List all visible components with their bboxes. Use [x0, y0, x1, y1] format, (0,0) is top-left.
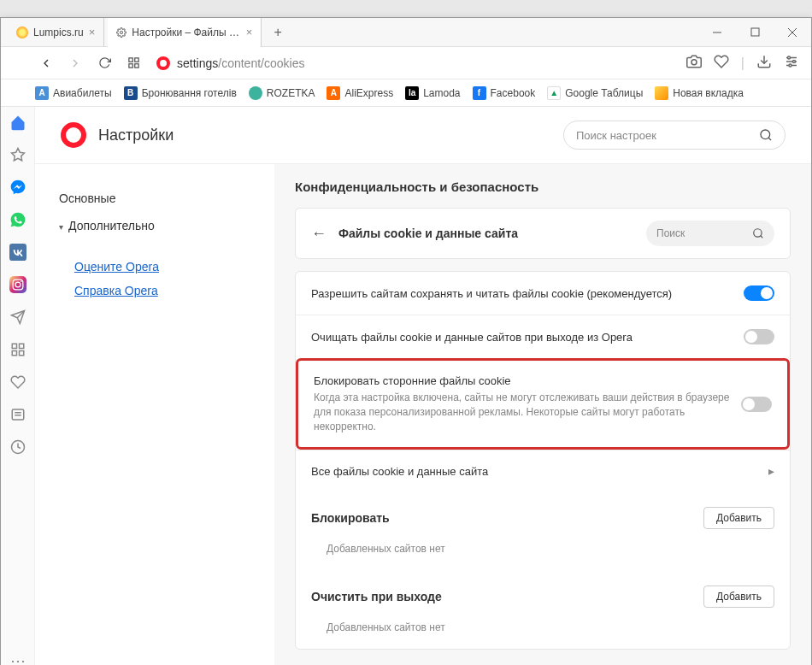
easy-setup-icon[interactable] — [784, 54, 799, 73]
close-button[interactable] — [774, 18, 811, 46]
sidebar-more-icon[interactable]: ⋯ — [8, 650, 28, 665]
maximize-button[interactable] — [736, 18, 774, 46]
sidebar-heart-icon[interactable] — [8, 372, 28, 392]
favicon-lumpics — [16, 26, 28, 38]
setting-block-third-title: Блокировать сторонние файлы cookie — [314, 374, 731, 387]
sidebar-home-icon[interactable] — [8, 112, 28, 132]
download-icon[interactable] — [756, 54, 772, 73]
add-clear-button[interactable]: Добавить — [703, 586, 774, 608]
tab-title: Lumpics.ru — [33, 26, 84, 38]
setting-allow-cookies-label: Разрешить сайтам сохранять и читать файл… — [311, 287, 733, 300]
sidebar-vk-icon[interactable] — [8, 242, 28, 262]
sidebar-whatsapp-icon[interactable] — [8, 209, 28, 230]
card-title: Файлы cookie и данные сайта — [338, 227, 634, 240]
row-all-cookies[interactable]: Все файлы cookie и данные сайта ▸ — [296, 450, 790, 491]
url-host: settings — [177, 56, 218, 70]
bookmark-item[interactable]: ROZETKA — [249, 86, 315, 100]
block-empty-text: Добавленных сайтов нет — [296, 536, 790, 570]
svg-rect-5 — [128, 58, 132, 62]
nav-item-basic[interactable]: Основные — [59, 185, 250, 212]
new-tab-button[interactable]: + — [265, 25, 291, 40]
svg-rect-6 — [134, 58, 138, 62]
close-icon[interactable]: × — [246, 26, 253, 38]
svg-point-22 — [20, 280, 21, 282]
url-field[interactable]: settings/content/cookies — [151, 56, 680, 70]
sidebar-send-icon[interactable] — [8, 307, 28, 327]
svg-rect-27 — [12, 351, 16, 356]
svg-line-36 — [761, 236, 763, 238]
nav-item-advanced[interactable]: Дополнительно — [59, 212, 250, 239]
sidebar: ⋯ — [1, 107, 35, 665]
svg-rect-2 — [751, 28, 759, 36]
add-block-button[interactable]: Добавить — [703, 507, 774, 529]
bookmark-item[interactable]: laLamoda — [405, 86, 460, 100]
link-help-opera[interactable]: Справка Opera — [59, 279, 250, 303]
svg-point-15 — [793, 60, 796, 62]
bookmark-item[interactable]: ▲Google Таблицы — [547, 86, 643, 100]
toggle-clear-on-exit[interactable] — [744, 329, 774, 344]
link-rate-opera[interactable]: Оцените Opera — [59, 255, 250, 279]
tab-settings[interactable]: Настройки – Файлы cookie × — [108, 18, 262, 47]
sidebar-history-icon[interactable] — [8, 437, 28, 457]
chevron-right-icon: ▸ — [768, 464, 774, 478]
page-title: Настройки — [98, 127, 551, 144]
settings-header: Настройки Поиск настроек — [35, 107, 811, 164]
setting-block-third-party: Блокировать сторонние файлы cookie Когда… — [314, 374, 731, 433]
url-path: /content/cookies — [218, 56, 304, 70]
setting-clear-on-exit-label: Очищать файлы cookie и данные сайтов при… — [311, 331, 733, 344]
svg-line-34 — [768, 138, 771, 140]
svg-rect-26 — [19, 344, 23, 348]
bookmark-item[interactable]: fFacebook — [473, 86, 536, 100]
settings-nav: Основные Дополнительно Оцените Opera Спр… — [35, 164, 274, 665]
sidebar-extensions-icon[interactable] — [8, 339, 28, 360]
minimize-button[interactable] — [698, 18, 736, 46]
svg-rect-28 — [19, 351, 23, 356]
forward-button[interactable] — [64, 52, 86, 74]
search-icon — [759, 128, 773, 142]
bookmark-item[interactable]: BБронювання готелів — [124, 86, 237, 100]
gear-icon — [116, 26, 127, 38]
sidebar-instagram-icon[interactable] — [8, 274, 28, 295]
svg-point-9 — [691, 59, 697, 64]
toggle-block-third-party[interactable] — [741, 397, 772, 412]
search-placeholder: Поиск — [656, 227, 752, 239]
sidebar-bookmarks-icon[interactable] — [8, 144, 28, 165]
titlebar: Lumpics.ru × Настройки – Файлы cookie × … — [1, 18, 811, 47]
svg-marker-17 — [11, 149, 24, 161]
setting-block-third-desc: Когда эта настройка включена, сайты не м… — [314, 391, 731, 433]
svg-point-0 — [121, 31, 123, 33]
opera-logo-icon — [61, 122, 86, 148]
subsection-block-label: Блокировать — [311, 511, 390, 525]
bookmark-item[interactable]: AAliExpress — [327, 86, 393, 100]
sidebar-messenger-icon[interactable] — [8, 177, 28, 197]
svg-point-35 — [754, 229, 762, 237]
heart-icon[interactable] — [714, 54, 729, 73]
bookmarks-bar: AАвиабилеты BБронювання готелів ROZETKA … — [1, 79, 811, 107]
svg-rect-25 — [12, 344, 16, 348]
sidebar-news-icon[interactable] — [8, 404, 28, 425]
close-icon[interactable]: × — [89, 26, 96, 38]
section-heading: Конфиденциальность и безопасность — [295, 179, 791, 194]
toggle-allow-cookies[interactable] — [744, 285, 774, 301]
bookmark-item[interactable]: Новая вкладка — [655, 86, 744, 100]
main-panel: Конфиденциальность и безопасность ← Файл… — [274, 164, 811, 665]
svg-point-14 — [788, 56, 791, 59]
setting-all-cookies-label: Все файлы cookie и данные сайта — [311, 465, 758, 478]
speed-dial-button[interactable] — [122, 52, 144, 74]
svg-rect-8 — [134, 64, 138, 68]
svg-rect-7 — [128, 64, 132, 68]
svg-point-33 — [761, 130, 770, 139]
back-arrow-button[interactable]: ← — [311, 225, 327, 243]
svg-rect-19 — [9, 276, 26, 293]
svg-point-16 — [789, 64, 791, 67]
back-button[interactable] — [35, 52, 57, 74]
search-icon — [752, 227, 764, 239]
settings-search-input[interactable]: Поиск настроек — [563, 121, 786, 150]
clear-empty-text: Добавленных сайтов нет — [296, 615, 790, 649]
card-search-input[interactable]: Поиск — [646, 221, 774, 246]
bookmark-item[interactable]: AАвиабилеты — [35, 86, 112, 100]
tab-lumpics[interactable]: Lumpics.ru × — [8, 18, 104, 47]
snapshot-icon[interactable] — [686, 54, 702, 73]
reload-button[interactable] — [93, 52, 115, 74]
subsection-clear-label: Очистить при выходе — [311, 590, 442, 603]
